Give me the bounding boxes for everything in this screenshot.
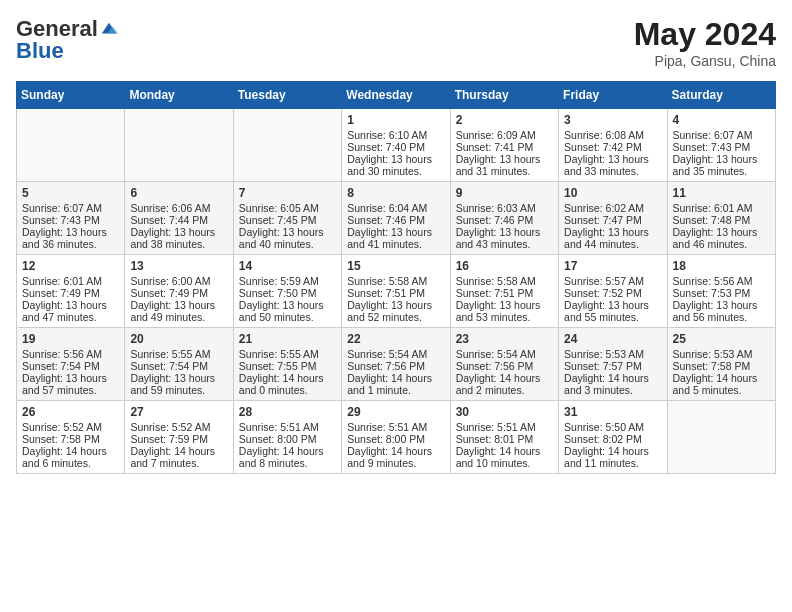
- day-info-line: Daylight: 13 hours: [347, 299, 444, 311]
- calendar-cell: [125, 109, 233, 182]
- calendar-week-row: 12Sunrise: 6:01 AMSunset: 7:49 PMDayligh…: [17, 255, 776, 328]
- day-info-line: Sunset: 7:44 PM: [130, 214, 227, 226]
- day-info-line: Sunrise: 5:54 AM: [456, 348, 553, 360]
- day-info-line: and 11 minutes.: [564, 457, 661, 469]
- day-number: 15: [347, 259, 444, 273]
- day-info-line: and 40 minutes.: [239, 238, 336, 250]
- day-info-line: Sunset: 7:51 PM: [347, 287, 444, 299]
- day-number: 7: [239, 186, 336, 200]
- day-number: 12: [22, 259, 119, 273]
- day-info-line: Sunset: 7:53 PM: [673, 287, 770, 299]
- day-number: 18: [673, 259, 770, 273]
- calendar-cell: 10Sunrise: 6:02 AMSunset: 7:47 PMDayligh…: [559, 182, 667, 255]
- day-info-line: Daylight: 13 hours: [564, 153, 661, 165]
- calendar-cell: 29Sunrise: 5:51 AMSunset: 8:00 PMDayligh…: [342, 401, 450, 474]
- day-number: 3: [564, 113, 661, 127]
- calendar-cell: 5Sunrise: 6:07 AMSunset: 7:43 PMDaylight…: [17, 182, 125, 255]
- column-header-monday: Monday: [125, 82, 233, 109]
- day-info-line: Daylight: 13 hours: [22, 372, 119, 384]
- calendar-cell: 31Sunrise: 5:50 AMSunset: 8:02 PMDayligh…: [559, 401, 667, 474]
- day-info-line: Daylight: 13 hours: [130, 226, 227, 238]
- day-info-line: and 41 minutes.: [347, 238, 444, 250]
- day-info-line: Daylight: 14 hours: [239, 372, 336, 384]
- day-info-line: Daylight: 13 hours: [673, 226, 770, 238]
- day-number: 8: [347, 186, 444, 200]
- day-info-line: Sunset: 7:55 PM: [239, 360, 336, 372]
- day-info-line: Daylight: 13 hours: [22, 226, 119, 238]
- calendar-header-row: SundayMondayTuesdayWednesdayThursdayFrid…: [17, 82, 776, 109]
- calendar-cell: 14Sunrise: 5:59 AMSunset: 7:50 PMDayligh…: [233, 255, 341, 328]
- day-number: 16: [456, 259, 553, 273]
- day-info-line: and 50 minutes.: [239, 311, 336, 323]
- day-info-line: and 8 minutes.: [239, 457, 336, 469]
- day-info-line: Daylight: 13 hours: [673, 153, 770, 165]
- day-info-line: Daylight: 14 hours: [673, 372, 770, 384]
- column-header-friday: Friday: [559, 82, 667, 109]
- day-number: 14: [239, 259, 336, 273]
- day-info-line: Daylight: 14 hours: [456, 445, 553, 457]
- column-header-saturday: Saturday: [667, 82, 775, 109]
- column-header-wednesday: Wednesday: [342, 82, 450, 109]
- day-info-line: Daylight: 13 hours: [347, 226, 444, 238]
- day-number: 31: [564, 405, 661, 419]
- day-info-line: Sunrise: 5:58 AM: [456, 275, 553, 287]
- day-number: 10: [564, 186, 661, 200]
- calendar-cell: 4Sunrise: 6:07 AMSunset: 7:43 PMDaylight…: [667, 109, 775, 182]
- day-info-line: Daylight: 13 hours: [130, 372, 227, 384]
- day-info-line: Sunset: 8:00 PM: [239, 433, 336, 445]
- day-info-line: and 2 minutes.: [456, 384, 553, 396]
- day-info-line: Sunset: 7:46 PM: [456, 214, 553, 226]
- calendar-week-row: 26Sunrise: 5:52 AMSunset: 7:58 PMDayligh…: [17, 401, 776, 474]
- day-info-line: Sunrise: 5:53 AM: [673, 348, 770, 360]
- day-info-line: Daylight: 14 hours: [239, 445, 336, 457]
- day-info-line: Sunset: 7:57 PM: [564, 360, 661, 372]
- day-info-line: and 6 minutes.: [22, 457, 119, 469]
- day-info-line: Daylight: 13 hours: [239, 299, 336, 311]
- day-info-line: Sunset: 7:48 PM: [673, 214, 770, 226]
- day-info-line: Sunrise: 5:56 AM: [22, 348, 119, 360]
- day-info-line: and 55 minutes.: [564, 311, 661, 323]
- calendar-cell: 11Sunrise: 6:01 AMSunset: 7:48 PMDayligh…: [667, 182, 775, 255]
- day-info-line: Sunrise: 6:07 AM: [673, 129, 770, 141]
- day-number: 30: [456, 405, 553, 419]
- day-number: 2: [456, 113, 553, 127]
- day-info-line: Sunrise: 5:57 AM: [564, 275, 661, 287]
- calendar-cell: 6Sunrise: 6:06 AMSunset: 7:44 PMDaylight…: [125, 182, 233, 255]
- day-info-line: Sunrise: 6:10 AM: [347, 129, 444, 141]
- day-number: 24: [564, 332, 661, 346]
- day-info-line: Sunset: 7:54 PM: [22, 360, 119, 372]
- day-info-line: and 43 minutes.: [456, 238, 553, 250]
- month-title: May 2024: [634, 16, 776, 53]
- day-number: 1: [347, 113, 444, 127]
- day-info-line: Daylight: 14 hours: [130, 445, 227, 457]
- day-info-line: Sunrise: 6:08 AM: [564, 129, 661, 141]
- day-info-line: Sunset: 7:40 PM: [347, 141, 444, 153]
- calendar-cell: [233, 109, 341, 182]
- calendar-cell: [17, 109, 125, 182]
- day-number: 9: [456, 186, 553, 200]
- day-number: 25: [673, 332, 770, 346]
- day-info-line: Daylight: 14 hours: [22, 445, 119, 457]
- day-info-line: and 44 minutes.: [564, 238, 661, 250]
- day-info-line: and 57 minutes.: [22, 384, 119, 396]
- day-number: 17: [564, 259, 661, 273]
- day-info-line: Sunset: 7:58 PM: [22, 433, 119, 445]
- logo-blue-text: Blue: [16, 38, 64, 64]
- day-info-line: and 3 minutes.: [564, 384, 661, 396]
- calendar-cell: 21Sunrise: 5:55 AMSunset: 7:55 PMDayligh…: [233, 328, 341, 401]
- day-info-line: Sunrise: 5:52 AM: [22, 421, 119, 433]
- day-info-line: Sunset: 7:49 PM: [130, 287, 227, 299]
- day-info-line: Sunset: 7:59 PM: [130, 433, 227, 445]
- day-info-line: Daylight: 13 hours: [347, 153, 444, 165]
- day-info-line: and 31 minutes.: [456, 165, 553, 177]
- day-info-line: Daylight: 13 hours: [456, 226, 553, 238]
- day-info-line: and 53 minutes.: [456, 311, 553, 323]
- day-info-line: Sunrise: 6:06 AM: [130, 202, 227, 214]
- day-number: 22: [347, 332, 444, 346]
- day-info-line: Daylight: 14 hours: [456, 372, 553, 384]
- day-info-line: and 33 minutes.: [564, 165, 661, 177]
- day-info-line: Sunrise: 6:04 AM: [347, 202, 444, 214]
- calendar-cell: 8Sunrise: 6:04 AMSunset: 7:46 PMDaylight…: [342, 182, 450, 255]
- day-info-line: and 52 minutes.: [347, 311, 444, 323]
- column-header-tuesday: Tuesday: [233, 82, 341, 109]
